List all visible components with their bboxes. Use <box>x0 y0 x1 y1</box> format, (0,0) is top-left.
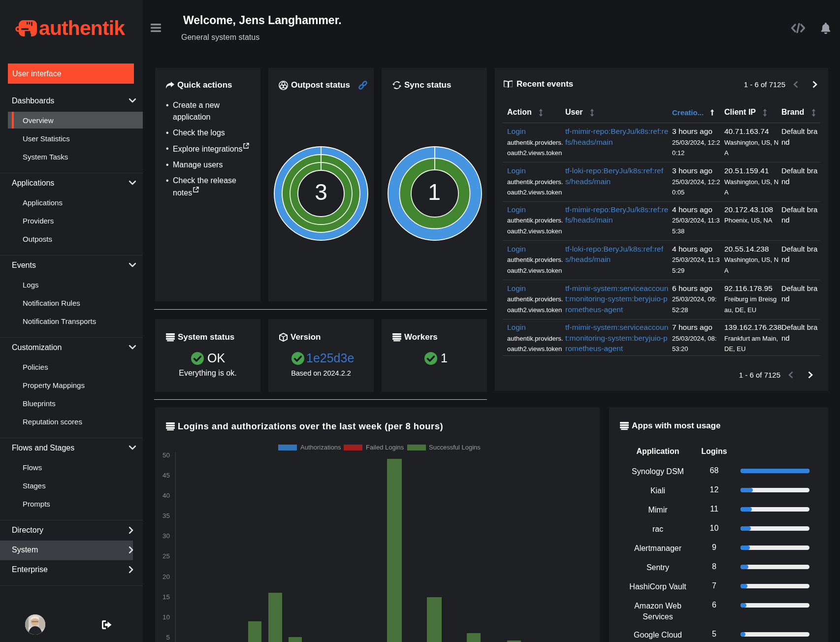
svg-text:authentik: authentik <box>39 18 125 39</box>
